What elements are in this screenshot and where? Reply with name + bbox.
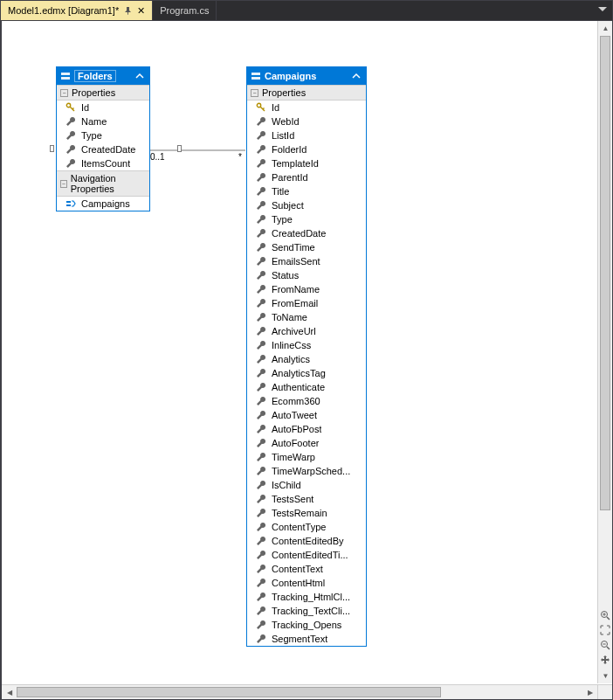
scroll-down-button[interactable]: ▼ — [598, 669, 612, 683]
property-icon — [256, 438, 266, 448]
property-icon — [256, 522, 266, 532]
property-icon — [256, 564, 266, 574]
property-icon — [65, 158, 76, 169]
property-row[interactable]: WebId — [247, 114, 366, 128]
property-row[interactable]: TestsSent — [247, 492, 366, 506]
association-endpoint-mid[interactable] — [177, 145, 182, 152]
property-row[interactable]: Id — [57, 100, 149, 114]
svg-rect-7 — [66, 204, 71, 206]
property-icon — [256, 298, 266, 308]
entity-title: Folders — [74, 70, 116, 82]
section-properties-header[interactable]: − Properties — [57, 85, 149, 100]
property-row[interactable]: Status — [247, 268, 366, 282]
property-icon — [256, 592, 266, 602]
property-row[interactable]: Tracking_Opens — [247, 618, 366, 632]
pan-button[interactable] — [598, 653, 611, 666]
property-row[interactable]: TimeWarp — [247, 450, 366, 464]
property-row[interactable]: TestsRemain — [247, 506, 366, 520]
property-icon — [256, 158, 266, 169]
association-endpoint-left[interactable] — [50, 145, 54, 152]
tab-overflow-button[interactable] — [596, 3, 609, 15]
property-row[interactable]: IsChild — [247, 478, 366, 492]
entity-folders[interactable]: Folders − Properties IdNameTypeCreatedDa… — [56, 66, 150, 211]
property-icon — [256, 620, 266, 630]
properties-list: IdNameTypeCreatedDateItemsCount — [57, 100, 149, 170]
property-icon — [256, 354, 266, 364]
property-row[interactable]: Subject — [247, 198, 366, 212]
property-row[interactable]: ToName — [247, 310, 366, 324]
section-label: Navigation Properties — [71, 173, 146, 194]
entity-header[interactable]: Campaigns — [247, 67, 366, 85]
collapse-icon[interactable] — [134, 70, 146, 82]
scroll-right-button[interactable]: ▶ — [582, 685, 597, 699]
property-row[interactable]: AutoTweet — [247, 408, 366, 422]
property-row[interactable]: Type — [57, 128, 149, 142]
navprop-row[interactable]: Campaigns — [57, 197, 149, 211]
entity-campaigns[interactable]: Campaigns − Properties IdWebIdListIdFold… — [246, 66, 367, 647]
close-icon[interactable]: ✕ — [137, 6, 145, 16]
scrollbar-track[interactable] — [17, 685, 582, 699]
zoom-out-button[interactable] — [598, 638, 611, 651]
collapse-section-icon[interactable]: − — [251, 89, 258, 97]
property-row[interactable]: ParentId — [247, 170, 366, 184]
property-row[interactable]: ContentText — [247, 562, 366, 576]
property-row[interactable]: Tracking_TextCli... — [247, 604, 366, 618]
property-row[interactable]: FromEmail — [247, 296, 366, 310]
tab-model1-edmx[interactable]: Model1.edmx [Diagram1]* ✕ — [1, 1, 153, 20]
property-icon — [256, 326, 266, 336]
property-row[interactable]: ContentEditedTi... — [247, 548, 366, 562]
property-row[interactable]: SegmentText — [247, 632, 366, 646]
property-row[interactable]: ListId — [247, 128, 366, 142]
property-row[interactable]: Authenticate — [247, 380, 366, 394]
property-row[interactable]: Ecomm360 — [247, 394, 366, 408]
property-label: TestsRemain — [272, 508, 327, 518]
scrollbar-thumb[interactable] — [17, 687, 441, 697]
property-row[interactable]: Analytics — [247, 352, 366, 366]
property-row[interactable]: ContentEditedBy — [247, 534, 366, 548]
property-icon — [256, 578, 266, 588]
property-label: ListId — [272, 130, 294, 141]
property-row[interactable]: ContentHtml — [247, 576, 366, 590]
property-label: ContentEditedBy — [272, 536, 344, 546]
scrollbar-track[interactable] — [598, 36, 612, 669]
section-properties-header[interactable]: − Properties — [247, 85, 366, 100]
scrollbar-thumb[interactable] — [600, 36, 610, 510]
property-row[interactable]: InlineCss — [247, 338, 366, 352]
entity-header[interactable]: Folders — [57, 67, 149, 85]
section-label: Properties — [72, 87, 115, 98]
property-row[interactable]: Tracking_HtmlCl... — [247, 590, 366, 604]
scroll-up-button[interactable]: ▲ — [598, 21, 612, 36]
scroll-left-button[interactable]: ◀ — [2, 685, 17, 699]
property-row[interactable]: EmailsSent — [247, 254, 366, 268]
property-row[interactable]: CreatedDate — [247, 226, 366, 240]
property-row[interactable]: AnalyticsTag — [247, 366, 366, 380]
property-row[interactable]: AutoFooter — [247, 436, 366, 450]
property-row[interactable]: ArchiveUrl — [247, 324, 366, 338]
property-row[interactable]: Type — [247, 212, 366, 226]
collapse-icon[interactable] — [350, 70, 362, 82]
property-row[interactable]: ItemsCount — [57, 156, 149, 170]
zoom-fit-button[interactable] — [598, 623, 611, 636]
design-surface[interactable]: 0..1 * Folders − — [1, 20, 612, 699]
property-icon — [256, 368, 266, 378]
property-row[interactable]: TimeWarpSched... — [247, 464, 366, 478]
vertical-scrollbar[interactable]: ▲ ▼ — [597, 21, 612, 683]
property-row[interactable]: CreatedDate — [57, 142, 149, 156]
zoom-in-button[interactable] — [598, 608, 611, 621]
tab-program-cs[interactable]: Program.cs — [153, 1, 217, 20]
property-row[interactable]: FromName — [247, 282, 366, 296]
property-row[interactable]: Id — [247, 100, 366, 114]
collapse-section-icon[interactable]: − — [60, 89, 68, 97]
property-row[interactable]: TemplateId — [247, 156, 366, 170]
property-row[interactable]: FolderId — [247, 142, 366, 156]
section-navprops-header[interactable]: − Navigation Properties — [57, 170, 149, 197]
property-row[interactable]: SendTime — [247, 240, 366, 254]
horizontal-scrollbar[interactable]: ◀ ▶ — [2, 684, 597, 699]
pin-icon[interactable] — [124, 7, 132, 15]
property-row[interactable]: Name — [57, 114, 149, 128]
document-tab-bar: Model1.edmx [Diagram1]* ✕ Program.cs — [1, 1, 612, 20]
collapse-section-icon[interactable]: − — [60, 180, 67, 188]
property-row[interactable]: AutoFbPost — [247, 422, 366, 436]
property-row[interactable]: ContentType — [247, 520, 366, 534]
property-row[interactable]: Title — [247, 184, 366, 198]
